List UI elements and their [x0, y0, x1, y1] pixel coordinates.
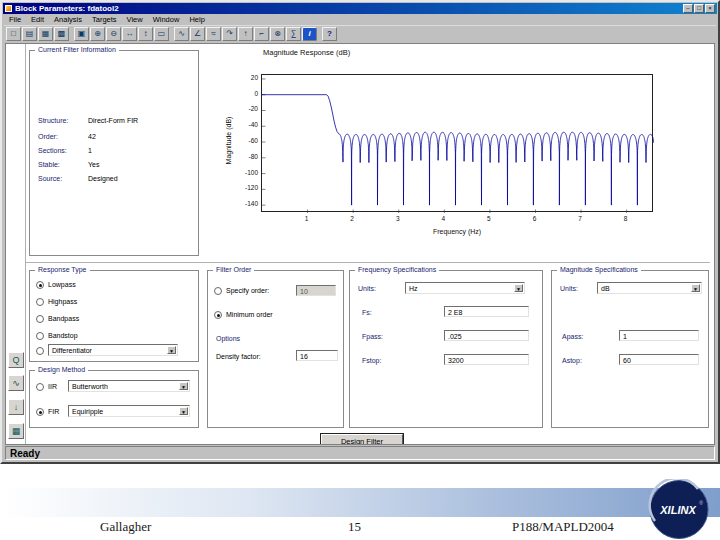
order-value: 42	[88, 133, 96, 140]
bandstop-radio[interactable]	[36, 332, 44, 340]
zoom-in-button[interactable]: ⊕	[90, 27, 105, 41]
phase-response-button[interactable]: ∠	[190, 27, 205, 41]
coefficients-button[interactable]: ∑	[286, 27, 301, 41]
filter-info-button[interactable]: i	[302, 27, 317, 41]
design-filter-mode-button[interactable]: ∿	[8, 375, 24, 391]
menu-analysis[interactable]: Analysis	[49, 15, 87, 25]
magnitude-response-button[interactable]: ∿	[174, 27, 189, 41]
fdatool-window: Block Parameters: fdatool2 – □ × File Ed…	[0, 0, 720, 464]
plot-box	[261, 74, 653, 212]
lowpass-radio[interactable]	[36, 281, 44, 289]
mag-units-dropdown[interactable]: dB ▼	[597, 282, 702, 294]
response-type-panel: Response Type Lowpass Highpass Bandpass …	[29, 270, 199, 362]
fpass-label: Fpass:	[362, 333, 383, 340]
stable-label: Stable:	[38, 161, 60, 168]
maximize-button[interactable]: □	[694, 4, 704, 13]
zoom-x-button[interactable]: ↔	[122, 27, 137, 41]
menu-edit[interactable]: Edit	[26, 15, 49, 25]
chevron-down-icon: ▼	[691, 284, 700, 292]
fir-radio[interactable]	[36, 408, 44, 416]
help-button[interactable]: ?	[322, 27, 337, 41]
iir-method-dropdown[interactable]: Butterworth ▼	[68, 380, 190, 392]
filter-order-title: Filter Order	[213, 266, 254, 273]
menu-file[interactable]: File	[4, 15, 26, 25]
density-factor-field[interactable]: 16	[296, 350, 338, 361]
apass-field[interactable]: 1	[619, 330, 699, 341]
x-tick-label: 7	[573, 215, 587, 222]
titlebar[interactable]: Block Parameters: fdatool2 – □ ×	[3, 3, 717, 14]
astop-field[interactable]: 60	[619, 354, 699, 365]
minimize-button[interactable]: –	[683, 4, 693, 13]
frequency-specs-panel: Frequency Specifications Units: Hz ▼ Fs:…	[349, 270, 543, 428]
print-button[interactable]: ▩	[54, 27, 69, 41]
menu-targets[interactable]: Targets	[87, 15, 122, 25]
fir-method-dropdown[interactable]: Equiripple ▼	[68, 405, 190, 417]
zoom-y-button[interactable]: ↕	[138, 27, 153, 41]
window-icon	[5, 5, 12, 12]
chevron-down-icon: ▼	[514, 284, 523, 292]
minimum-order-radio[interactable]	[214, 311, 222, 319]
lowpass-label: Lowpass	[48, 281, 76, 288]
group-delay-button[interactable]: ↷	[222, 27, 237, 41]
design-method-panel: Design Method IIR Butterworth ▼ FIR Equi…	[29, 370, 199, 428]
xilinx-logo-registered-mark: ®	[699, 500, 703, 506]
astop-label: Astop:	[562, 357, 582, 364]
specify-order-radio[interactable]	[214, 287, 222, 295]
chevron-down-icon: ▼	[179, 407, 188, 415]
y-tick-label: -80	[234, 153, 258, 160]
impulse-response-button[interactable]: ↑	[238, 27, 253, 41]
special-response-radio[interactable]	[36, 347, 44, 355]
zoom-out-button[interactable]: ⊖	[106, 27, 121, 41]
menu-window[interactable]: Window	[148, 15, 185, 25]
fs-field[interactable]: 2 E8	[444, 306, 529, 317]
pole-zero-plot-button[interactable]: ⊗	[270, 27, 285, 41]
bandpass-radio[interactable]	[36, 315, 44, 323]
full-view-button[interactable]: ▭	[154, 27, 169, 41]
fpass-field[interactable]: .025	[444, 330, 529, 341]
stable-value: Yes	[88, 161, 99, 168]
footer-reference: P188/MAPLD2004	[512, 519, 614, 535]
new-file-button[interactable]: □	[6, 27, 21, 41]
sidebar-divider	[25, 44, 26, 444]
fstop-field[interactable]: 3200	[444, 354, 529, 365]
menu-help[interactable]: Help	[184, 15, 209, 25]
freq-units-dropdown[interactable]: Hz ▼	[405, 282, 525, 294]
menu-view[interactable]: View	[122, 15, 148, 25]
iir-radio[interactable]	[36, 383, 44, 391]
current-filter-info-panel: Current Filter Information Structure: Di…	[29, 50, 199, 256]
window-title: Block Parameters: fdatool2	[15, 3, 682, 14]
import-filter-icon: ↓	[14, 402, 19, 412]
frequency-specs-title: Frequency Specifications	[355, 266, 439, 273]
save-button[interactable]: ▦	[38, 27, 53, 41]
set-quantization-button[interactable]: Q	[8, 352, 24, 368]
y-tick-label: -60	[234, 137, 258, 144]
design-filter-button[interactable]: Design Filter	[321, 434, 403, 445]
footer-author: Gallagher	[100, 519, 151, 535]
special-response-dropdown[interactable]: Differentiator ▼	[48, 344, 178, 356]
y-tick-label: -120	[234, 184, 258, 191]
copy-button[interactable]: ▣	[74, 27, 89, 41]
fdatool-workarea: Q ∿ ↓ ▦ Current Filter Information Struc…	[5, 43, 715, 445]
realize-model-icon: ▦	[12, 426, 21, 436]
quantization-icon: Q	[12, 355, 19, 365]
bandpass-label: Bandpass	[48, 315, 79, 322]
import-filter-button[interactable]: ↓	[8, 399, 24, 415]
magnitude-phase-button[interactable]: ≈	[206, 27, 221, 41]
magnitude-specs-panel: Magnitude Specifications Units: dB ▼ Apa…	[551, 270, 709, 428]
freq-units-label: Units:	[358, 285, 376, 292]
realize-model-button[interactable]: ▦	[8, 423, 24, 439]
close-button[interactable]: ×	[705, 4, 715, 13]
footer-page-number: 15	[348, 519, 361, 535]
y-tick-label: -140	[234, 200, 258, 207]
step-response-button[interactable]: ⌐	[254, 27, 269, 41]
x-tick-label: 3	[391, 215, 405, 222]
current-filter-info-title: Current Filter Information	[35, 46, 119, 53]
open-file-button[interactable]: ▤	[22, 27, 37, 41]
plot-area: Magnitude Response (dB) Magnitude (dB) F…	[206, 44, 715, 262]
highpass-radio[interactable]	[36, 298, 44, 306]
plot-y-axis-label: Magnitude (dB)	[225, 81, 232, 201]
x-tick-label: 6	[527, 215, 541, 222]
x-tick-label: 1	[300, 215, 314, 222]
fir-label: FIR	[48, 408, 59, 415]
specify-order-field[interactable]: 10	[296, 285, 336, 296]
